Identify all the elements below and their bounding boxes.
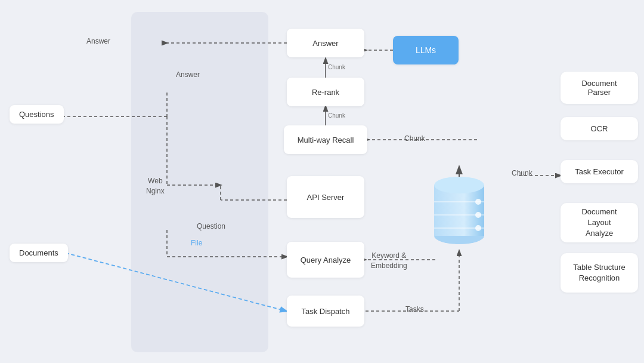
chunk-label-taskexec: Chunk [512, 169, 532, 177]
task-dispatch-box: Task Dispatch [287, 296, 364, 327]
documents-box: Documents [10, 244, 68, 262]
multiway-box: Multi-way Recall [284, 125, 367, 154]
questions-box: Questions [10, 105, 64, 124]
answer-label-mid: Answer [176, 70, 200, 79]
answer-label-left: Answer [86, 37, 110, 45]
svg-point-26 [475, 212, 481, 218]
chunk-small-2: Chunk [328, 112, 345, 119]
answer-box: Answer [287, 29, 364, 57]
chunk-small-1: Chunk [328, 64, 345, 70]
question-label: Question [197, 222, 225, 230]
table-structure-box: Table Structure Recognition [561, 253, 638, 293]
doc-layout-box: Document Layout Analyze [561, 203, 638, 242]
keyword-embedding-label: Keyword & Embedding [371, 251, 407, 271]
database-cylinder [429, 161, 489, 253]
tasks-label: Tasks [405, 305, 424, 313]
query-analyze-box: Query Analyze [287, 242, 364, 278]
web-nginx-label: Web Nginx [146, 176, 165, 196]
document-parser-box: Document Parser [561, 72, 638, 104]
svg-point-25 [475, 199, 481, 205]
diagram-container: Questions Documents Web Nginx Answer Ans… [0, 0, 644, 363]
llms-box: LLMs [393, 36, 459, 64]
api-server-box: API Server [287, 176, 364, 218]
chunk-label-right: Chunk [404, 134, 425, 143]
svg-point-24 [434, 177, 484, 193]
file-label-top: File [191, 239, 202, 247]
task-executor-box: Task Executor [561, 160, 638, 183]
ocr-box: OCR [561, 117, 638, 140]
rerank-box: Re-rank [287, 78, 364, 106]
svg-point-27 [475, 225, 481, 231]
